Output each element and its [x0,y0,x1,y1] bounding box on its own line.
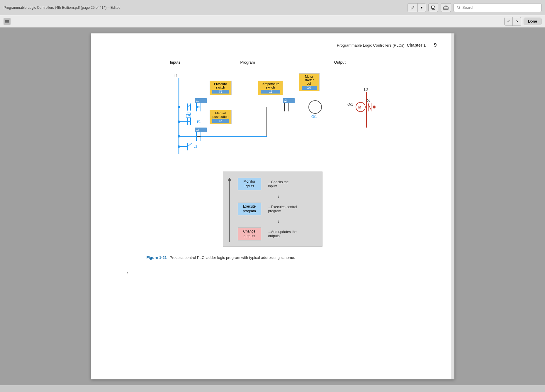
svg-text:I/2: I/2 [197,120,201,123]
pen-button[interactable] [408,4,418,12]
temperature-switch-addr: I/2 [261,90,280,94]
svg-line-7 [459,8,461,9]
svg-text:L2: L2 [364,87,368,92]
flow-box-monitor: Monitorinputs [238,178,261,190]
briefcase-button[interactable] [441,3,451,12]
pressure-switch-addr: I/1 [212,90,229,94]
svg-line-0 [413,7,413,7]
search-box[interactable]: Search [454,3,541,12]
svg-line-50 [368,104,371,110]
flow-arrow-2: ↓ [241,219,316,223]
ladder-diagram: L1 L2 [161,69,384,163]
flow-desc-monitor2: inputs [268,184,289,188]
svg-text:I/1: I/1 [197,105,201,109]
flow-row-execute: Executeprogram ...Executes control progr… [232,203,316,215]
figure-label: Figure 1-21 [147,255,167,260]
figure-text: Process control PLC ladder logic program… [170,255,295,260]
svg-point-6 [457,6,460,9]
svg-line-54 [188,104,191,107]
toolbar-title: Programmable Logic Controllers (4th Edit… [4,6,120,10]
svg-text:I/1: I/1 [196,99,199,102]
svg-point-51 [373,106,376,108]
next-page-button[interactable]: > [513,17,521,26]
svg-marker-56 [188,113,191,116]
pen-dropdown-button[interactable]: ▾ [418,4,426,12]
svg-text:I/3: I/3 [193,145,197,148]
flow-desc-change: ...And updates the [268,230,297,234]
manual-pushbutton-box: Manualpushbutton I/3 [210,110,232,124]
copy-button[interactable] [428,3,438,12]
flow-arrow-1: ↓ [241,194,316,198]
pressure-switch-box: Pressureswitch I/1 [210,81,232,95]
nav-bar: < > Done [0,15,545,28]
nav-buttons[interactable]: < > [504,17,521,26]
flow-desc-execute: ...Executes control [268,205,297,209]
flow-box-change: Changeoutputs [238,228,261,240]
svg-line-65 [188,143,192,147]
flow-connector-svg [226,178,233,242]
search-placeholder: Search [462,5,474,10]
svg-text:L1: L1 [174,74,178,78]
svg-text:I/3: I/3 [196,128,199,132]
svg-text:I/2: I/2 [283,99,287,102]
page-number: 9 [434,42,437,48]
diagram-labels: Inputs Program Output [161,60,384,67]
page-container: Programmable Logic Controllers (PLCs) Ch… [0,28,545,385]
flow-box-execute: Executeprogram [238,203,261,215]
figure-caption: Figure 1-21 Process control PLC ladder l… [147,255,410,260]
toolbar: Programmable Logic Controllers (4th Edit… [0,0,545,15]
next-section-hint: 1 [108,271,437,276]
motor-starter-box: Motorstartercoil O/1 [299,73,320,91]
flow-row-monitor: Monitorinputs ...Checks the inputs [232,178,316,190]
page-header: Programmable Logic Controllers (PLCs) Ch… [108,42,437,51]
svg-marker-71 [228,178,231,181]
label-inputs: Inputs [170,60,180,65]
svg-text:OL: OL [366,99,371,102]
prev-page-button[interactable]: < [505,17,513,26]
page-header-chapter: Chapter 1 [407,43,426,47]
svg-text:O/1: O/1 [347,102,353,106]
pdf-page: Programmable Logic Controllers (PLCs) Ch… [91,33,454,379]
scrollbar[interactable] [451,33,454,379]
motor-coil-addr: O/1 [302,86,317,90]
flow-desc-execute2: program [268,209,297,213]
svg-rect-2 [432,6,434,9]
svg-point-34 [178,135,180,138]
flow-desc-monitor: ...Checks the [268,180,289,184]
sidebar-toggle[interactable] [4,18,11,25]
temperature-switch-box: Temperatureswitch I/2 [258,81,283,95]
flow-diagram: Monitorinputs ...Checks the inputs ↓ Exe… [223,172,322,247]
flow-desc-change2: outputs [268,234,297,238]
label-output: Output [334,60,346,65]
page-header-title: Programmable Logic Controllers (PLCs) [337,43,404,47]
pen-tool-group[interactable]: ▾ [407,3,426,12]
diagram-section: Inputs Program Output L1 L2 [147,60,399,260]
label-program: Program [240,60,255,65]
done-button[interactable]: Done [524,18,541,25]
svg-text:M: M [358,105,361,109]
flow-row-change: Changeoutputs ...And updates the outputs [232,228,316,240]
manual-pushbutton-addr: I/3 [212,119,229,123]
svg-text:O/1: O/1 [311,115,317,119]
